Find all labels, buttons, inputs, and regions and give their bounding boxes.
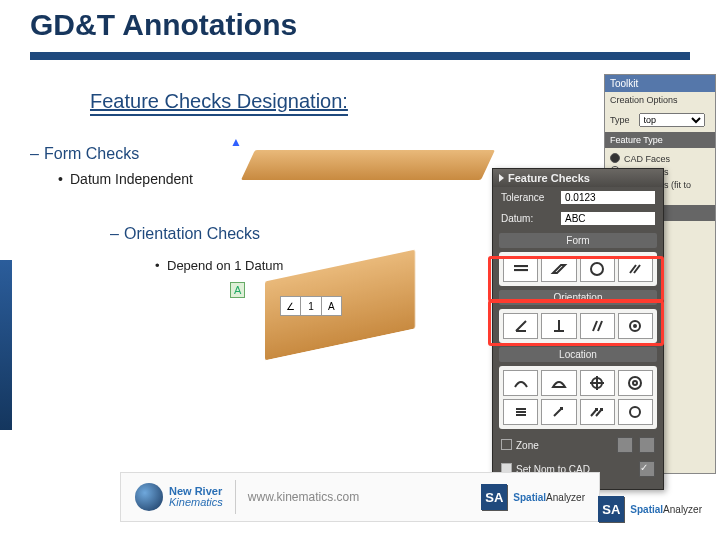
profile-surface-icon[interactable]: [503, 370, 538, 396]
location-symbols: [499, 366, 657, 429]
new-river-kinematics-logo: New RiverKinematics: [135, 483, 223, 511]
form-symbols: [499, 252, 657, 286]
feature-checks-panel: Feature Checks Tolerance 0.0123 Datum: A…: [492, 168, 664, 490]
expand-icon: [499, 174, 504, 182]
datum-input[interactable]: ABC: [561, 212, 655, 225]
location-section-label: Location: [499, 347, 657, 362]
svg-point-2: [591, 263, 603, 275]
straightness-icon[interactable]: [541, 256, 576, 282]
sa-logo-icon-corner: SA: [598, 496, 624, 522]
location-extra-icon[interactable]: [618, 399, 653, 425]
datum-a-box: A: [230, 282, 245, 298]
toolkit-header: Toolkit: [605, 75, 715, 92]
panel-small-button-2[interactable]: [639, 437, 655, 453]
footer-url: www.kinematics.com: [248, 490, 359, 504]
concentricity-icon[interactable]: [618, 370, 653, 396]
footer-divider: [235, 480, 236, 514]
tolerance-label: Tolerance: [501, 192, 555, 203]
radio-cad-faces[interactable]: CAD Faces: [610, 153, 710, 164]
circularity-icon[interactable]: [580, 256, 615, 282]
footer-bar: New RiverKinematics www.kinematics.com S…: [120, 472, 600, 522]
panel-small-button-1[interactable]: [617, 437, 633, 453]
zone-checkbox[interactable]: Zone: [501, 439, 539, 451]
bullet-orientation-checks: –Orientation Checks: [110, 225, 260, 243]
slide-title: GD&T Annotations: [30, 8, 297, 42]
flatness-icon[interactable]: [503, 256, 538, 282]
left-decorative-edge: [0, 260, 12, 430]
svg-point-7: [633, 381, 637, 385]
creation-options-label: Creation Options: [605, 92, 715, 108]
nrk-globe-icon: [135, 483, 163, 511]
form-section-label: Form: [499, 233, 657, 248]
symmetry-icon[interactable]: [503, 399, 538, 425]
orientation-section-label: Orientation: [499, 290, 657, 305]
perpendicularity-icon[interactable]: [541, 313, 576, 339]
bullet-form-sub: •Datum Independent: [58, 171, 193, 187]
orientation-extra-icon[interactable]: [618, 313, 653, 339]
orientation-symbols: [499, 309, 657, 343]
total-runout-icon[interactable]: [580, 399, 615, 425]
feature-type-header: Feature Type: [605, 132, 715, 148]
bullet-form-checks: –Form Checks •Datum Independent: [30, 145, 193, 187]
svg-point-4: [634, 325, 636, 327]
title-underline: [30, 52, 690, 60]
flat-surface-illustration: ▲: [230, 135, 500, 195]
type-dropdown[interactable]: top: [639, 113, 705, 127]
type-label: Type: [610, 115, 630, 125]
tolerance-input[interactable]: 0.0123: [561, 191, 655, 204]
svg-point-8: [630, 407, 640, 417]
position-icon[interactable]: [580, 370, 615, 396]
profile-line-icon[interactable]: [541, 370, 576, 396]
runout-icon[interactable]: [541, 399, 576, 425]
bullet-form-label: Form Checks: [44, 145, 139, 162]
spatial-analyzer-logo-footer: SA SpatialAnalyzer: [481, 484, 585, 510]
datum-label: Datum:: [501, 213, 555, 224]
cylindricity-icon[interactable]: [618, 256, 653, 282]
svg-point-6: [629, 377, 641, 389]
feature-checks-titlebar[interactable]: Feature Checks: [493, 169, 663, 187]
panel-confirm-button[interactable]: ✓: [639, 461, 655, 477]
gdt-feature-frame: ∠ 1 A: [280, 296, 342, 316]
angularity-icon[interactable]: [503, 313, 538, 339]
sa-logo-icon: SA: [481, 484, 507, 510]
angled-surface-illustration: A: [225, 260, 445, 400]
parallelism-icon[interactable]: [580, 313, 615, 339]
spatial-analyzer-logo-corner: SA SpatialAnalyzer: [598, 496, 702, 522]
bullet-orientation-label: Orientation Checks: [124, 225, 260, 242]
subheading: Feature Checks Designation:: [90, 90, 348, 116]
